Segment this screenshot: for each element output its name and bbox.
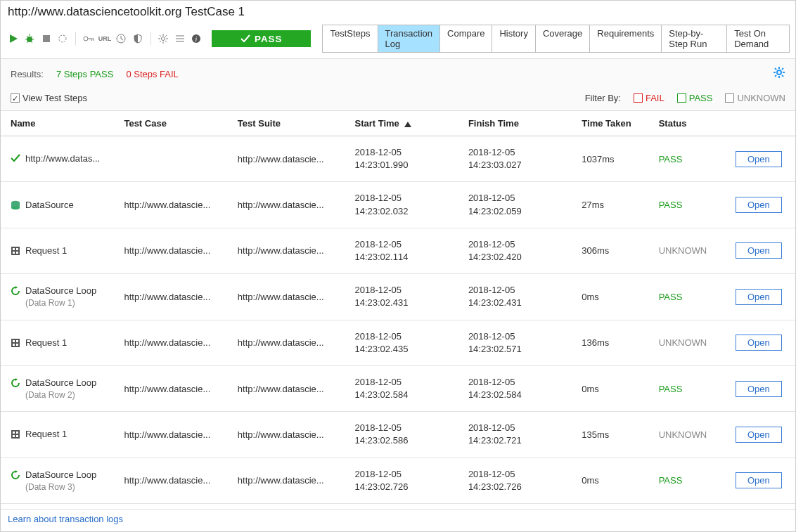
transaction-table: NameTest CaseTest SuiteStart Time Finish…: [1, 111, 795, 504]
loop-icon: [11, 286, 21, 297]
cell-status: UNKNOWN: [649, 320, 726, 365]
cell-time-taken: 306ms: [572, 228, 648, 273]
filter-pass-checkbox[interactable]: PASS: [677, 93, 713, 103]
req-icon: [11, 429, 21, 440]
svg-marker-62: [15, 470, 18, 473]
cell-time-taken: 0ms: [572, 274, 648, 320]
key-icon[interactable]: [82, 31, 95, 46]
tab-coverage[interactable]: Coverage: [536, 25, 590, 52]
column-header[interactable]: Start Time: [345, 111, 458, 136]
info-icon[interactable]: i: [189, 31, 203, 46]
cell-start: 2018-12-0514:23:02.114: [345, 228, 458, 273]
learn-link[interactable]: Learn about transaction logs: [8, 514, 123, 524]
view-test-steps-label: View Test Steps: [23, 93, 87, 103]
filter-pass-label: PASS: [689, 93, 713, 103]
cell-open: Open: [726, 274, 795, 320]
svg-rect-45: [11, 247, 20, 255]
tab-teststeps[interactable]: TestSteps: [323, 25, 378, 52]
open-button[interactable]: Open: [736, 197, 782, 213]
view-test-steps-checkbox[interactable]: View Test Steps: [11, 93, 87, 103]
svg-line-23: [160, 35, 161, 37]
open-button[interactable]: Open: [736, 472, 782, 488]
cell-name: Request 1: [1, 320, 114, 365]
url-icon[interactable]: URL: [98, 31, 111, 46]
row-name: DataSource Loop: [25, 377, 96, 388]
svg-marker-50: [15, 286, 18, 289]
cell-tc: http://www.datascie...: [114, 458, 227, 503]
results-label: Results:: [11, 69, 44, 79]
open-button[interactable]: Open: [736, 381, 782, 397]
column-header[interactable]: Test Case: [114, 111, 227, 136]
shield-icon[interactable]: [131, 31, 144, 46]
svg-line-39: [782, 68, 783, 70]
column-header[interactable]: Finish Time: [458, 111, 572, 136]
column-header[interactable]: Status: [649, 111, 726, 136]
tab-requirements[interactable]: Requirements: [590, 25, 662, 52]
svg-point-18: [162, 37, 165, 41]
svg-point-44: [11, 206, 20, 209]
cell-time-taken: 0ms: [572, 458, 648, 503]
separator: [150, 32, 151, 46]
stop-icon[interactable]: [39, 31, 53, 46]
column-header[interactable]: Time Taken: [572, 111, 648, 136]
tab-test-on-demand[interactable]: Test On Demand: [727, 25, 789, 52]
cell-finish: 2018-12-0514:23:03.027: [458, 136, 572, 182]
svg-rect-51: [11, 339, 20, 347]
check-icon: [11, 154, 21, 164]
cell-name: DataSource Loop(Data Row 1): [1, 274, 114, 320]
column-header[interactable]: Test Suite: [228, 111, 345, 136]
list-icon[interactable]: [173, 31, 186, 46]
svg-point-32: [777, 70, 781, 74]
cell-finish: 2018-12-0514:23:02.420: [458, 228, 572, 273]
cell-time-taken: 135ms: [572, 412, 648, 458]
svg-point-11: [84, 37, 88, 41]
svg-marker-56: [15, 378, 18, 381]
settings-icon[interactable]: [773, 66, 785, 82]
tab-transaction-log[interactable]: Transaction Log: [378, 25, 440, 52]
tab-compare[interactable]: Compare: [440, 25, 492, 52]
open-button[interactable]: Open: [736, 427, 782, 443]
svg-rect-48: [13, 252, 15, 254]
gear-icon[interactable]: [157, 31, 170, 46]
cell-start: 2018-12-0514:23:02.586: [345, 412, 458, 458]
pass-button[interactable]: PASS: [212, 30, 312, 47]
row-name: Request 1: [25, 429, 67, 439]
open-button[interactable]: Open: [736, 151, 782, 167]
clock-icon[interactable]: [115, 31, 128, 46]
open-button[interactable]: Open: [736, 289, 782, 305]
table-row: DataSource Loop(Data Row 2)http://www.da…: [1, 365, 795, 411]
column-header[interactable]: Name: [1, 111, 114, 136]
tab-step-by-step-run[interactable]: Step-by-Step Run: [662, 25, 727, 52]
run-icon[interactable]: [6, 31, 20, 46]
svg-marker-41: [404, 122, 411, 127]
cell-open: Open: [726, 458, 795, 503]
open-button[interactable]: Open: [736, 242, 782, 259]
debug-icon[interactable]: [23, 31, 36, 46]
column-header[interactable]: [726, 111, 795, 136]
svg-line-17: [121, 39, 123, 40]
svg-rect-57: [11, 430, 20, 439]
filter-bar: View Test Steps Filter By: FAIL PASS UNK…: [1, 86, 795, 111]
svg-line-24: [165, 41, 167, 42]
cell-status: PASS: [649, 458, 726, 503]
svg-rect-58: [13, 432, 15, 434]
cell-ts: http://www.datascie...: [228, 136, 345, 182]
open-button[interactable]: Open: [736, 335, 782, 351]
cell-status: PASS: [649, 274, 726, 320]
filter-unknown-checkbox[interactable]: UNKNOWN: [725, 93, 785, 103]
svg-line-37: [775, 68, 776, 70]
svg-rect-59: [16, 432, 18, 434]
ds-icon: [11, 200, 21, 211]
svg-line-6: [31, 36, 32, 37]
tab-history[interactable]: History: [492, 25, 535, 52]
pass-button-label: PASS: [255, 34, 282, 44]
cell-tc: http://www.datascie...: [114, 274, 227, 320]
transaction-table-scroll[interactable]: NameTest CaseTest SuiteStart Time Finish…: [1, 111, 795, 509]
row-subtext: (Data Row 1): [25, 298, 107, 308]
cell-tc: http://www.datascie...: [114, 228, 227, 273]
loop-icon[interactable]: [56, 31, 69, 46]
cell-tc: http://www.datascie...: [114, 412, 227, 458]
row-name: DataSource Loop: [25, 469, 96, 480]
cell-start: 2018-12-0514:23:02.726: [345, 458, 458, 503]
filter-fail-checkbox[interactable]: FAIL: [634, 93, 665, 103]
